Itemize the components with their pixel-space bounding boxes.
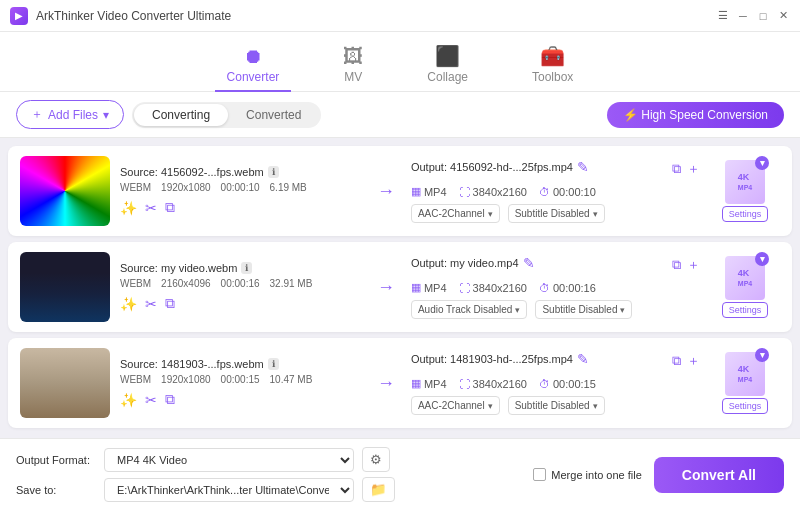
nav-converter[interactable]: ⏺ Converter xyxy=(215,39,292,92)
settings-btn-2[interactable]: Settings xyxy=(722,302,769,318)
edit-icon-3[interactable]: ✎ xyxy=(577,351,589,367)
subtitle-chevron-1: ▾ xyxy=(593,209,598,219)
output-add-2[interactable]: ＋ xyxy=(687,256,700,274)
magic-icon-3[interactable]: ✨ xyxy=(120,392,137,408)
output-name-1: Output: 4156092-hd-...25fps.mp4 ✎ xyxy=(411,159,589,175)
output-selects-1: AAC-2Channel ▾ Subtitle Disabled ▾ xyxy=(411,204,700,223)
save-label: Save to: xyxy=(16,484,96,496)
title-menu-btn[interactable]: ☰ xyxy=(716,9,730,23)
nav-toolbox[interactable]: 🧰 Toolbox xyxy=(520,38,585,92)
thumbnail-3 xyxy=(20,348,110,418)
file-icon-3: 4KMP4 ▾ xyxy=(725,352,765,396)
output-section-3: Output: 1481903-hd-...25fps.mp4 ✎ ⧉ ＋ ▦ … xyxy=(411,351,700,415)
output-name-3: Output: 1481903-hd-...25fps.mp4 ✎ xyxy=(411,351,589,367)
duration-1: 00:00:10 xyxy=(221,182,260,193)
resolution-3: 1920x1080 xyxy=(161,374,211,385)
file-meta-2: WEBM 2160x4096 00:00:16 32.91 MB xyxy=(120,278,361,289)
toolbox-icon: 🧰 xyxy=(540,44,565,68)
resolution-2: 2160x4096 xyxy=(161,278,211,289)
settings-section-2: 4KMP4 ▾ Settings xyxy=(710,256,780,318)
settings-section-3: 4KMP4 ▾ Settings xyxy=(710,352,780,414)
output-selects-2: Audio Track Disabled ▾ Subtitle Disabled… xyxy=(411,300,700,319)
format-row: Output Format: MP4 4K Video ⚙ xyxy=(16,447,517,472)
nav-converter-label: Converter xyxy=(227,70,280,84)
checkbox-box[interactable] xyxy=(533,468,546,481)
high-speed-button[interactable]: ⚡ High Speed Conversion xyxy=(607,102,784,128)
title-maximize-btn[interactable]: □ xyxy=(756,9,770,23)
add-files-chevron: ▾ xyxy=(103,108,109,122)
resolution-1: 1920x1080 xyxy=(161,182,211,193)
content-area: Source: 4156092-...fps.webm ℹ WEBM 1920x… xyxy=(0,138,800,438)
output-copy-3[interactable]: ⧉ xyxy=(672,353,681,369)
source-tag-3: ℹ xyxy=(268,358,279,370)
edit-icon-1[interactable]: ✎ xyxy=(577,159,589,175)
magic-icon-2[interactable]: ✨ xyxy=(120,296,137,312)
out-format-2: ▦ MP4 xyxy=(411,281,447,294)
subtitle-select-3[interactable]: Subtitle Disabled ▾ xyxy=(508,396,605,415)
add-files-label: Add Files xyxy=(48,108,98,122)
folder-button[interactable]: 📁 xyxy=(362,477,395,502)
arrow-2: → xyxy=(371,277,401,298)
settings-btn-1[interactable]: Settings xyxy=(722,206,769,222)
gear-button[interactable]: ⚙ xyxy=(362,447,390,472)
copy-icon-2[interactable]: ⧉ xyxy=(165,295,175,312)
output-add-1[interactable]: ＋ xyxy=(687,160,700,178)
nav-toolbox-label: Toolbox xyxy=(532,70,573,84)
dropdown-arrow-2[interactable]: ▾ xyxy=(755,252,769,266)
magic-icon-1[interactable]: ✨ xyxy=(120,200,137,216)
cut-icon-1[interactable]: ✂ xyxy=(145,200,157,216)
file-card-3: Source: 1481903-...fps.webm ℹ WEBM 1920x… xyxy=(8,338,792,428)
out-resolution-2: ⛶ 3840x2160 xyxy=(459,282,527,294)
tab-group: Converting Converted xyxy=(132,102,321,128)
settings-btn-3[interactable]: Settings xyxy=(722,398,769,414)
save-path-select[interactable]: E:\ArkThinker\ArkThink...ter Ultimate\Co… xyxy=(104,478,354,502)
output-props-3: ▦ MP4 ⛶ 3840x2160 ⏱ 00:00:15 xyxy=(411,377,700,390)
audio-select-1[interactable]: AAC-2Channel ▾ xyxy=(411,204,500,223)
app-title: ArkThinker Video Converter Ultimate xyxy=(36,9,231,23)
title-minimize-btn[interactable]: ─ xyxy=(736,9,750,23)
source-name-3: Source: 1481903-...fps.webm ℹ xyxy=(120,358,361,370)
output-copy-2[interactable]: ⧉ xyxy=(672,257,681,273)
cut-icon-2[interactable]: ✂ xyxy=(145,296,157,312)
tab-converting[interactable]: Converting xyxy=(134,104,228,126)
file-meta-3: WEBM 1920x1080 00:00:15 10.47 MB xyxy=(120,374,361,385)
cut-icon-3[interactable]: ✂ xyxy=(145,392,157,408)
file-actions-1: ✨ ✂ ⧉ xyxy=(120,199,361,216)
audio-chevron-3: ▾ xyxy=(488,401,493,411)
settings-section-1: 4KMP4 ▾ Settings xyxy=(710,160,780,222)
copy-icon-1[interactable]: ⧉ xyxy=(165,199,175,216)
subtitle-select-1[interactable]: Subtitle Disabled ▾ xyxy=(508,204,605,223)
title-close-btn[interactable]: ✕ xyxy=(776,9,790,23)
title-bar: ▶ ArkThinker Video Converter Ultimate ☰ … xyxy=(0,0,800,32)
app-icon: ▶ xyxy=(10,7,28,25)
output-section-2: Output: my video.mp4 ✎ ⧉ ＋ ▦ MP4 ⛶ 3840x… xyxy=(411,255,700,319)
add-icon: ＋ xyxy=(31,106,43,123)
copy-icon-3[interactable]: ⧉ xyxy=(165,391,175,408)
audio-select-3[interactable]: AAC-2Channel ▾ xyxy=(411,396,500,415)
nav-collage[interactable]: ⬛ Collage xyxy=(415,38,480,92)
audio-select-2[interactable]: Audio Track Disabled ▾ xyxy=(411,300,528,319)
subtitle-chevron-3: ▾ xyxy=(593,401,598,411)
out-duration-2: ⏱ 00:00:16 xyxy=(539,282,596,294)
arrow-1: → xyxy=(371,181,401,202)
out-format-1: ▦ MP4 xyxy=(411,185,447,198)
output-copy-1[interactable]: ⧉ xyxy=(672,161,681,177)
format-2: WEBM xyxy=(120,278,151,289)
subtitle-select-2[interactable]: Subtitle Disabled ▾ xyxy=(535,300,632,319)
format-3: WEBM xyxy=(120,374,151,385)
merge-checkbox[interactable]: Merge into one file xyxy=(533,468,642,481)
dropdown-arrow-1[interactable]: ▾ xyxy=(755,156,769,170)
out-duration-1: ⏱ 00:00:10 xyxy=(539,186,596,198)
convert-all-button[interactable]: Convert All xyxy=(654,457,784,493)
format-select[interactable]: MP4 4K Video xyxy=(104,448,354,472)
add-files-button[interactable]: ＋ Add Files ▾ xyxy=(16,100,124,129)
output-add-3[interactable]: ＋ xyxy=(687,352,700,370)
tab-converted[interactable]: Converted xyxy=(228,104,319,126)
edit-icon-2[interactable]: ✎ xyxy=(523,255,535,271)
size-3: 10.47 MB xyxy=(270,374,313,385)
format-1: WEBM xyxy=(120,182,151,193)
source-name-2: Source: my video.webm ℹ xyxy=(120,262,361,274)
dropdown-arrow-3[interactable]: ▾ xyxy=(755,348,769,362)
output-selects-3: AAC-2Channel ▾ Subtitle Disabled ▾ xyxy=(411,396,700,415)
nav-mv[interactable]: 🖼 MV xyxy=(331,39,375,92)
